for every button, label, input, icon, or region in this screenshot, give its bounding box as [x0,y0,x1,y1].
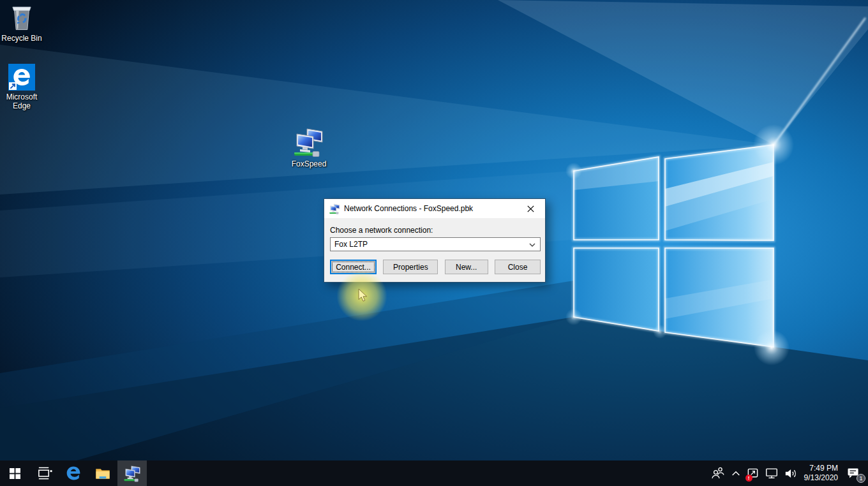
combobox-value: Fox L2TP [334,240,368,249]
windows-desktop-screen: Recycle Bin Microsoft Edge FoxSpeed [0,0,868,486]
network-connection-select[interactable]: Fox L2TP [330,237,541,251]
taskbar-edge-button[interactable] [59,460,88,486]
taskbar-clock[interactable]: 7:49 PM 9/13/2020 [804,464,838,483]
chevron-down-icon [529,243,535,247]
security-alert-badge: ! [745,475,752,482]
windows-logo-icon [10,468,20,479]
network-status-button[interactable] [765,468,779,479]
task-view-button[interactable] [29,460,59,486]
volume-button[interactable] [784,468,798,480]
properties-button[interactable]: Properties [383,260,438,274]
desktop-icon-microsoft-edge[interactable]: Microsoft Edge [1,64,43,110]
clock-date: 9/13/2020 [804,473,838,483]
mouse-cursor [358,288,368,302]
connect-button[interactable]: Connect... [330,260,377,274]
people-button[interactable] [711,466,725,480]
volume-icon [784,468,798,480]
taskbar: ! 7:49 PM 9/13/2020 [0,460,868,486]
dialog-body: Choose a network connection: Fox L2TP Co… [324,218,545,274]
clock-time: 7:49 PM [809,464,838,473]
close-dialog-button[interactable]: Close [495,260,541,274]
desktop-icon-label: Recycle Bin [1,34,41,43]
dialog-titlebar[interactable]: Network Connections - FoxSpeed.pbk [324,199,545,218]
chevron-up-icon [731,469,741,478]
taskbar-network-connections-button[interactable] [117,460,147,486]
edge-icon [65,465,82,482]
recycle-bin-icon [8,3,36,32]
notification-count-badge: 1 [857,474,865,483]
desktop-icon-label: Microsoft Edge [1,92,43,110]
new-button[interactable]: New... [445,260,488,274]
dialog-button-row: Connect... Properties New... Close [330,260,541,274]
network-connection-prompt: Choose a network connection: [330,226,539,235]
network-connections-dialog: Network Connections - FoxSpeed.pbk Choos… [324,198,546,283]
system-tray: ! 7:49 PM 9/13/2020 [711,460,868,486]
dialog-title: Network Connections - FoxSpeed.pbk [344,204,516,213]
people-icon [711,466,725,480]
edge-icon [8,64,35,91]
network-tray-icon [765,468,779,479]
desktop-icon-label: FoxSpeed [292,159,327,168]
security-notification-button[interactable]: ! [747,468,759,480]
shortcut-arrow-icon [9,82,17,90]
file-explorer-icon [95,467,110,480]
desktop[interactable]: Recycle Bin Microsoft Edge FoxSpeed [0,0,868,460]
taskbar-left [0,460,147,486]
network-connections-icon [294,127,324,158]
action-center-button[interactable]: 1 [844,466,863,480]
task-view-icon [36,466,52,480]
close-button[interactable] [516,199,545,218]
network-connections-icon [124,465,141,482]
close-icon [527,205,534,212]
desktop-icon-recycle-bin[interactable]: Recycle Bin [1,3,43,43]
network-connections-icon [329,203,340,214]
show-hidden-icons-button[interactable] [731,469,741,478]
start-button[interactable] [0,460,29,486]
taskbar-file-explorer-button[interactable] [88,460,117,486]
desktop-icon-foxspeed[interactable]: FoxSpeed [288,127,330,168]
